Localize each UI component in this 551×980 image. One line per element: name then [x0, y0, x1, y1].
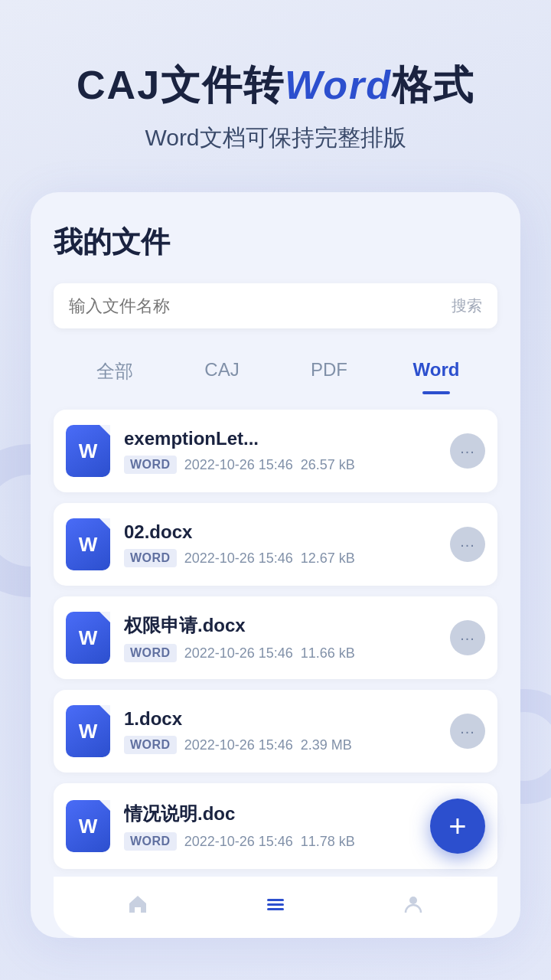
file-type-tabs: 全部 CAJ PDF Word [54, 351, 497, 394]
nav-home[interactable] [115, 884, 161, 930]
file-list: exemptionLet... WORD 2022-10-26 15:46 26… [54, 410, 497, 869]
file-size: 11.66 kB [301, 645, 355, 662]
bottom-navigation [54, 877, 497, 938]
file-icon-word [66, 612, 110, 664]
file-meta: WORD 2022-10-26 15:46 11.66 kB [124, 644, 442, 662]
file-date: 2022-10-26 15:46 [184, 645, 293, 662]
file-size: 26.57 kB [301, 457, 355, 473]
file-more-button[interactable]: ··· [450, 527, 485, 562]
file-size: 11.78 kB [301, 834, 355, 850]
file-item[interactable]: 情况说明.doc WORD 2022-10-26 15:46 11.78 kB … [54, 783, 497, 869]
title-word: Word [285, 63, 392, 107]
file-info: 02.docx WORD 2022-10-26 15:46 12.67 kB [124, 521, 442, 567]
file-icon-word [66, 425, 110, 477]
svg-point-3 [409, 897, 417, 904]
file-type-badge: WORD [124, 736, 177, 754]
card-title: 我的文件 [54, 223, 497, 262]
file-name: 权限申请.docx [124, 613, 442, 638]
search-button[interactable]: 搜索 [452, 296, 482, 316]
tab-all[interactable]: 全部 [61, 351, 168, 394]
main-title: CAJ文件转Word格式 [46, 61, 505, 109]
file-info: 权限申请.docx WORD 2022-10-26 15:46 11.66 kB [124, 613, 442, 662]
file-size: 2.39 MB [301, 737, 352, 753]
file-more-button[interactable]: ··· [450, 714, 485, 749]
file-meta: WORD 2022-10-26 15:46 11.78 kB [124, 832, 422, 851]
files-icon [264, 893, 287, 922]
file-meta: WORD 2022-10-26 15:46 26.57 kB [124, 456, 442, 474]
file-date: 2022-10-26 15:46 [184, 834, 293, 850]
svg-rect-0 [267, 899, 284, 901]
file-type-badge: WORD [124, 832, 177, 851]
file-date: 2022-10-26 15:46 [184, 550, 293, 567]
page-header: CAJ文件转Word格式 Word文档可保持完整排版 [0, 0, 551, 177]
file-icon-word [66, 705, 110, 757]
tab-word[interactable]: Word [383, 351, 490, 394]
file-meta: WORD 2022-10-26 15:46 2.39 MB [124, 736, 442, 754]
file-type-badge: WORD [124, 456, 177, 474]
file-more-button[interactable]: ··· [450, 433, 485, 469]
file-item[interactable]: exemptionLet... WORD 2022-10-26 15:46 26… [54, 410, 497, 492]
tab-caj[interactable]: CAJ [168, 351, 276, 394]
search-bar: 搜索 [54, 283, 497, 328]
file-icon-word [66, 800, 110, 852]
file-name: 02.docx [124, 521, 442, 543]
title-part1: CAJ文件转 [77, 63, 285, 107]
home-icon [126, 893, 149, 922]
file-item[interactable]: 权限申请.docx WORD 2022-10-26 15:46 11.66 kB… [54, 596, 497, 679]
nav-profile[interactable] [390, 884, 436, 930]
file-type-badge: WORD [124, 549, 177, 567]
file-name: 情况说明.doc [124, 802, 422, 826]
file-name: 1.docx [124, 708, 442, 730]
file-item[interactable]: 02.docx WORD 2022-10-26 15:46 12.67 kB ·… [54, 503, 497, 586]
file-date: 2022-10-26 15:46 [184, 457, 293, 473]
file-info: exemptionLet... WORD 2022-10-26 15:46 26… [124, 428, 442, 474]
file-type-badge: WORD [124, 644, 177, 662]
add-file-button[interactable]: + [430, 799, 485, 854]
search-input[interactable] [69, 296, 452, 316]
phone-card: 我的文件 搜索 全部 CAJ PDF Word exemptionLet... … [31, 192, 520, 938]
subtitle: Word文档可保持完整排版 [46, 122, 505, 154]
file-info: 情况说明.doc WORD 2022-10-26 15:46 11.78 kB [124, 802, 422, 851]
user-icon [402, 893, 425, 922]
file-icon-word [66, 518, 110, 570]
tab-pdf[interactable]: PDF [276, 351, 383, 394]
file-more-button[interactable]: ··· [450, 620, 485, 655]
file-item[interactable]: 1.docx WORD 2022-10-26 15:46 2.39 MB ··· [54, 690, 497, 773]
svg-rect-2 [267, 908, 284, 910]
file-name: exemptionLet... [124, 428, 442, 449]
title-part2: 格式 [392, 63, 474, 107]
nav-files[interactable] [253, 884, 298, 930]
file-info: 1.docx WORD 2022-10-26 15:46 2.39 MB [124, 708, 442, 754]
svg-rect-1 [267, 903, 284, 906]
file-meta: WORD 2022-10-26 15:46 12.67 kB [124, 549, 442, 567]
file-date: 2022-10-26 15:46 [184, 737, 293, 753]
file-size: 12.67 kB [301, 550, 355, 567]
